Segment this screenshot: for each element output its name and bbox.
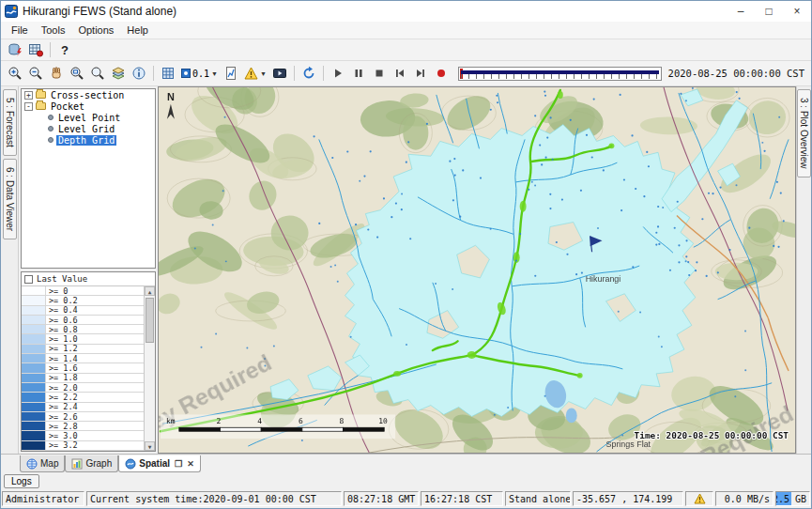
zoom-out-button[interactable] — [25, 64, 46, 83]
menu-tools[interactable]: Tools — [35, 23, 72, 38]
scroll-thumb[interactable] — [146, 298, 154, 343]
menu-help[interactable]: Help — [120, 23, 155, 38]
skip-start-button[interactable] — [390, 64, 410, 83]
minimize-button[interactable]: – — [727, 1, 755, 22]
record-button[interactable] — [431, 64, 452, 83]
legend-body: >= 0>= 0.2>= 0.4>= 0.6>= 0.8>= 1.0>= 1.2… — [22, 286, 155, 451]
logs-row: Logs — [1, 472, 811, 490]
app-window: Hikurangi FEWS (Stand alone) – □ × File … — [0, 0, 812, 509]
legend-list: >= 0>= 0.2>= 0.4>= 0.6>= 0.8>= 1.0>= 1.2… — [22, 286, 145, 451]
chart-icon — [71, 458, 83, 470]
tree-item[interactable]: Level Grid — [22, 123, 155, 134]
legend-swatch — [22, 412, 46, 421]
app-icon — [5, 5, 18, 18]
tab-graph[interactable]: Graph — [65, 455, 118, 472]
zoom-extent-button[interactable] — [87, 64, 108, 83]
layers-button[interactable] — [108, 64, 129, 83]
main-area: 5 : Forecast 6 : Data Viewer +Cross-sect… — [1, 86, 811, 454]
warnings-combo[interactable]: ▼ — [241, 64, 269, 83]
time-slider[interactable] — [458, 67, 662, 81]
scroll-up-icon[interactable]: ▲ — [145, 286, 155, 296]
contour-interval-combo[interactable]: 0.1 ▼ — [178, 64, 221, 83]
maximize-button[interactable]: □ — [755, 1, 783, 22]
import-data-button[interactable] — [5, 40, 25, 59]
legend-swatch — [22, 393, 46, 401]
scroll-down-icon[interactable]: ▼ — [145, 441, 155, 451]
status-memory-gauge: 2.5 GB — [775, 491, 810, 506]
legend-swatch — [22, 296, 46, 304]
label-springs-flat: Springs Flat — [605, 440, 651, 449]
zoom-in-button[interactable] — [5, 64, 25, 83]
pause-button[interactable] — [348, 64, 369, 83]
last-value-checkbox[interactable] — [24, 275, 33, 284]
legend-label: >= 2.0 — [46, 383, 78, 392]
legend-row: >= 1.6 — [22, 363, 144, 373]
legend-swatch — [22, 363, 46, 372]
tab-map[interactable]: Map — [20, 455, 65, 472]
profile-button[interactable] — [221, 64, 241, 83]
toolbar-separator — [323, 66, 324, 81]
legend-scrollbar[interactable]: ▲ ▼ — [145, 286, 155, 451]
legend-row: >= 2.6 — [22, 412, 144, 422]
tab-data-viewer[interactable]: 6 : Data Viewer — [3, 159, 17, 239]
tree-item[interactable]: Level Point — [22, 112, 155, 123]
map-time-label: Time: 2020-08-25 00:00:00 CST — [635, 430, 789, 440]
tree-item[interactable]: +Cross-section — [22, 89, 155, 100]
map-viewport[interactable]: API Key Required API Key Required Hikura… — [158, 86, 796, 454]
menu-file[interactable]: File — [5, 23, 35, 38]
grid-display-button[interactable] — [25, 40, 46, 59]
legend-swatch — [22, 306, 46, 315]
zoom-region-button[interactable] — [67, 64, 87, 83]
status-warning-cell — [685, 491, 713, 506]
legend-label: >= 2.8 — [46, 422, 78, 430]
legend-row: >= 0.8 — [22, 325, 144, 334]
legend-row: >= 3.0 — [22, 431, 144, 440]
legend-row: >= 0.4 — [22, 306, 144, 316]
help-button[interactable]: ? — [54, 40, 75, 59]
grid-toggle-button[interactable] — [158, 64, 178, 83]
spatial-sidebar: +Cross-section-PocketLevel PointLevel Gr… — [19, 86, 158, 454]
legend-row: >= 1.0 — [22, 334, 144, 344]
legend-header: Last Value — [22, 272, 155, 286]
info-button[interactable] — [129, 64, 149, 83]
legend-label: >= 1.6 — [46, 363, 78, 372]
bottom-tab-bar: Map Graph Spatial ❒ ✕ — [1, 454, 811, 472]
profile-icon — [223, 66, 238, 81]
animation-display-button[interactable] — [269, 64, 290, 83]
pan-button[interactable] — [46, 64, 67, 83]
zoom-in-icon — [8, 66, 23, 81]
scale-bar: km 2 4 6 8 10 — [161, 414, 395, 439]
tree-expander-spacer — [37, 136, 45, 145]
play-button[interactable] — [328, 64, 348, 83]
interval-value: 0.1 — [192, 69, 209, 79]
tree-item-label: Pocket — [49, 101, 86, 112]
grid-icon — [161, 66, 176, 81]
skip-end-button[interactable] — [410, 64, 431, 83]
tab-forecast[interactable]: 5 : Forecast — [3, 89, 17, 156]
tree-item[interactable]: -Pocket — [22, 100, 155, 112]
legend-swatch — [22, 325, 46, 333]
refresh-button[interactable] — [299, 64, 319, 83]
tab-graph-label: Graph — [85, 458, 112, 469]
warning-icon — [694, 493, 706, 504]
tab-plot-overview[interactable]: 3 : Plot Overview — [797, 89, 811, 177]
float-panel-icon[interactable]: ❒ — [175, 459, 182, 469]
tree-item-label: Level Point — [56, 113, 122, 123]
legend-row: >= 2.4 — [22, 403, 144, 412]
close-button[interactable]: × — [783, 1, 811, 22]
stop-button[interactable] — [369, 64, 390, 83]
scale-tick: 8 — [340, 417, 345, 425]
tree-expander[interactable]: - — [24, 102, 33, 111]
menu-options[interactable]: Options — [71, 23, 120, 38]
logs-button[interactable]: Logs — [4, 474, 39, 488]
close-tab-icon[interactable]: ✕ — [187, 459, 194, 469]
tree-expander[interactable]: + — [24, 91, 33, 100]
menu-bar: File Tools Options Help — [1, 22, 811, 39]
zoom-region-icon — [69, 66, 84, 81]
tree-item[interactable]: Depth Grid — [22, 134, 155, 146]
legend-swatch — [22, 354, 46, 362]
legend-row: >= 1.2 — [22, 345, 144, 354]
tab-spatial[interactable]: Spatial ❒ ✕ — [118, 455, 200, 472]
database-red-icon — [8, 42, 23, 57]
right-tab-strip: 3 : Plot Overview — [796, 86, 811, 454]
